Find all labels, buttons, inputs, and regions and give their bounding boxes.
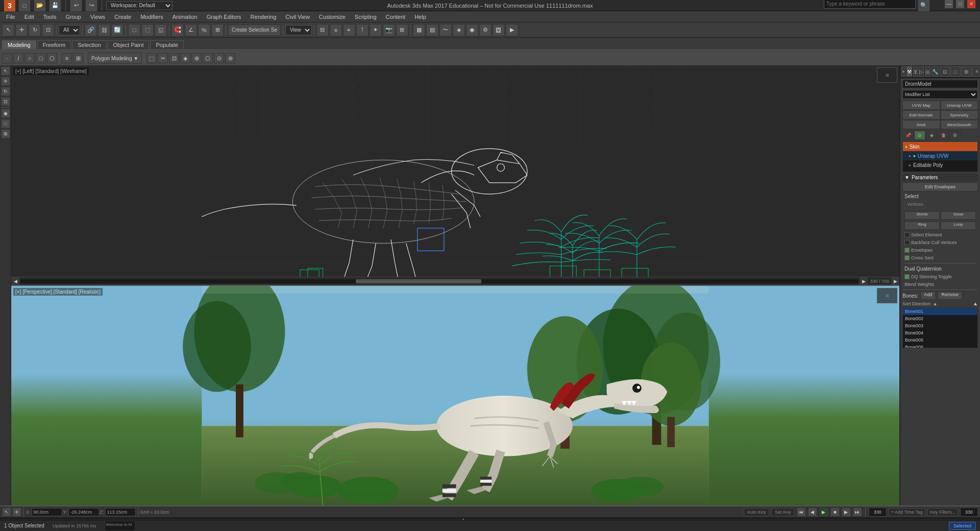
panel-tab-create[interactable]: + bbox=[901, 66, 905, 77]
align-view-btn[interactable]: ⊞ bbox=[396, 24, 408, 36]
ribbon-tool5[interactable]: ⊛ bbox=[191, 53, 202, 63]
menu-animation[interactable]: Animation bbox=[168, 13, 202, 21]
ribbon-tool4[interactable]: ◈ bbox=[180, 53, 190, 63]
auto-key-btn[interactable]: Auto Key bbox=[744, 508, 770, 516]
ribbon-tool3[interactable]: ⊡ bbox=[169, 53, 179, 63]
snap-toggle-btn[interactable]: 🧲 bbox=[172, 24, 184, 36]
render-setup-btn[interactable]: ⚙ bbox=[479, 24, 492, 36]
unlink-btn[interactable]: ⛓ bbox=[98, 24, 110, 36]
parameters-header[interactable]: ▼ Parameters bbox=[902, 174, 978, 181]
prev-frame-btn[interactable]: ◀ bbox=[808, 508, 817, 517]
cross-sections-cb[interactable] bbox=[904, 255, 910, 260]
play-btn[interactable]: ▶ bbox=[819, 508, 828, 517]
shrink-btn[interactable]: Shrink bbox=[904, 211, 940, 220]
spinner-snap-btn[interactable]: ⊞ bbox=[211, 24, 224, 36]
viewport-bottom-icon[interactable]: ⊞ bbox=[877, 288, 897, 303]
left-tool1[interactable]: ↖ bbox=[1, 66, 10, 76]
current-frame-input[interactable] bbox=[869, 508, 887, 517]
bind-space-warp-btn[interactable]: 🔄 bbox=[111, 24, 124, 36]
backface-cull-cb[interactable] bbox=[904, 240, 910, 245]
loop-btn[interactable]: Loop bbox=[941, 222, 976, 230]
menu-file[interactable]: File bbox=[2, 13, 19, 21]
open-file-btn[interactable]: 📂 bbox=[34, 0, 46, 12]
bone-item-004[interactable]: Bone004 bbox=[903, 329, 977, 336]
link-btn[interactable]: 🔗 bbox=[85, 24, 97, 36]
add-time-tag-btn[interactable]: + Add Time Tag bbox=[889, 508, 925, 516]
left-tool7[interactable]: ⊞ bbox=[1, 129, 10, 138]
material-editor-btn[interactable]: ◉ bbox=[466, 24, 478, 36]
angle-snap-btn[interactable]: ∠ bbox=[185, 24, 197, 36]
element-mode-btn[interactable]: ⬡ bbox=[47, 53, 57, 63]
left-tool5[interactable]: ◉ bbox=[1, 109, 10, 118]
view-dropdown[interactable]: View bbox=[285, 25, 312, 35]
panel-tab-hierarchy[interactable]: ⊻ bbox=[913, 66, 918, 77]
dq-toggle-cb[interactable] bbox=[904, 274, 910, 279]
minimize-btn[interactable]: — bbox=[944, 0, 953, 9]
select-element-cb[interactable] bbox=[904, 232, 910, 237]
unwrap-uvw-btn[interactable]: Unwrap UVW bbox=[941, 101, 978, 110]
viewport-wireframe[interactable]: [+] [Left] [Standard] [Wireframe] ⊞ ◀ ▶ … bbox=[11, 65, 899, 286]
percent-snap-btn[interactable]: % bbox=[198, 24, 210, 36]
scroll-left-btn[interactable]: ◀ bbox=[11, 277, 19, 285]
panel-extra4[interactable]: × bbox=[972, 66, 980, 77]
meshsmooth-btn[interactable]: MeshSmooth bbox=[941, 120, 978, 129]
menu-edit[interactable]: Edit bbox=[20, 13, 38, 21]
edit-envelopes-btn[interactable]: Edit Envelopes bbox=[902, 182, 978, 191]
right-panel-scroll[interactable]: ▼ Parameters Edit Envelopes Select Verti… bbox=[900, 173, 980, 505]
panel-extra3[interactable]: ⊞ bbox=[961, 66, 971, 77]
bone-item-006[interactable]: Bone006 bbox=[903, 344, 977, 348]
scale-btn[interactable]: ⊡ bbox=[42, 24, 54, 36]
z-input[interactable] bbox=[105, 508, 136, 516]
shell-btn[interactable]: Shell bbox=[902, 120, 940, 129]
go-to-end-btn[interactable]: ⏭ bbox=[853, 508, 862, 517]
mirror-btn[interactable]: ⊟ bbox=[316, 24, 329, 36]
configure-modifier-btn[interactable]: ⚙ bbox=[949, 131, 961, 140]
rotate-btn[interactable]: ↻ bbox=[29, 24, 41, 36]
layer-mgr-btn[interactable]: ▦ bbox=[413, 24, 425, 36]
stack-unwrap-uvw[interactable]: ▸ ● Unwrap UVW bbox=[903, 151, 977, 160]
h-scrollbar-thumb[interactable] bbox=[356, 279, 481, 283]
ribbon-icon2[interactable]: ⊞ bbox=[73, 53, 83, 63]
y-input[interactable] bbox=[68, 508, 99, 516]
window-crossing-btn[interactable]: ◱ bbox=[155, 24, 167, 36]
create-selection-btn[interactable]: Create Selection Se bbox=[228, 25, 281, 36]
vertex-mode-btn[interactable]: · bbox=[2, 53, 12, 63]
next-frame-btn[interactable]: ▶ bbox=[842, 508, 851, 517]
panel-tab-modify[interactable]: ⚒ bbox=[906, 66, 912, 77]
panel-tab-motion[interactable]: ▷ bbox=[919, 66, 924, 77]
ribbon-btn[interactable]: ▤ bbox=[426, 24, 438, 36]
set-key-btn[interactable]: Set Key bbox=[771, 508, 795, 516]
search-input[interactable] bbox=[824, 0, 916, 9]
symmetry-btn[interactable]: Symmetry bbox=[941, 110, 978, 119]
menu-customize[interactable]: Customize bbox=[315, 13, 350, 21]
pin-stack-btn[interactable]: 📌 bbox=[902, 131, 914, 140]
close-btn[interactable]: ✕ bbox=[967, 0, 976, 9]
align-btn[interactable]: ≡ bbox=[330, 24, 342, 36]
menu-create[interactable]: Create bbox=[110, 13, 135, 21]
left-tool3[interactable]: ↻ bbox=[1, 87, 10, 96]
scroll-right2-btn[interactable]: ▶ bbox=[891, 277, 899, 285]
ribbon-tab-object-paint[interactable]: Object Paint bbox=[108, 40, 150, 49]
frame-end-input[interactable] bbox=[960, 508, 978, 517]
menu-modifiers[interactable]: Modifiers bbox=[136, 13, 167, 21]
ribbon-tab-populate[interactable]: Populate bbox=[150, 40, 183, 49]
ribbon-tool6[interactable]: ⬡ bbox=[203, 53, 213, 63]
stop-btn[interactable]: ■ bbox=[830, 508, 840, 517]
menu-views[interactable]: Views bbox=[86, 13, 109, 21]
make-unique-btn[interactable]: ◈ bbox=[926, 131, 937, 140]
workspace-dropdown[interactable]: Workspace: Default bbox=[106, 1, 173, 10]
vertices-btn[interactable]: Vertices bbox=[904, 201, 926, 209]
select-btn[interactable]: ↖ bbox=[2, 24, 14, 36]
schematic-btn[interactable]: ◈ bbox=[453, 24, 465, 36]
quick-align-btn[interactable]: ⫩ bbox=[343, 24, 355, 36]
polygon-modeling-dropdown[interactable]: Polygon Modeling ▼ bbox=[88, 53, 142, 64]
menu-graph-editors[interactable]: Graph Editors bbox=[203, 13, 246, 21]
ribbon-tool7[interactable]: ⊙ bbox=[214, 53, 224, 63]
remove-bone-btn[interactable]: Remove bbox=[938, 292, 962, 300]
select-obj-btn[interactable]: □ bbox=[128, 24, 140, 36]
border-mode-btn[interactable]: ○ bbox=[24, 53, 35, 63]
bone-item-005[interactable]: Bone005 bbox=[903, 336, 977, 344]
place-highlight-btn[interactable]: ✦ bbox=[370, 24, 382, 36]
grow-btn[interactable]: Grow bbox=[941, 211, 976, 220]
ribbon-icon1[interactable]: ≡ bbox=[62, 53, 72, 63]
